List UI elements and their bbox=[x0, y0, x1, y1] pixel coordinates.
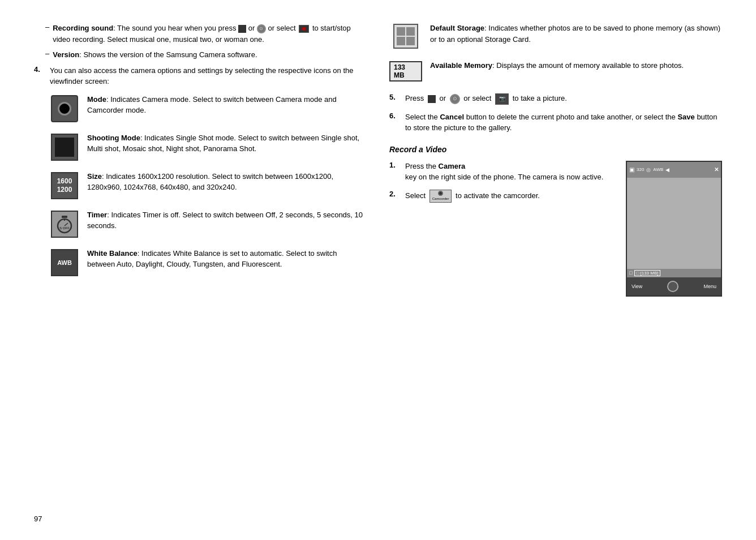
shooting-desc: Shooting Mode: Indicates Single Shot mod… bbox=[87, 132, 367, 155]
record-step2-text: Select Camcorder to activate the camcord… bbox=[405, 190, 540, 203]
select-label: Select bbox=[405, 191, 426, 200]
mode-desc: Mode: Indicates Camera mode. Select to s… bbox=[87, 94, 367, 116]
mode-icon-row: Mode: Indicates Camera mode. Select to s… bbox=[50, 94, 367, 123]
shoot-icon-box bbox=[51, 134, 78, 161]
svg-text:S OFF: S OFF bbox=[59, 226, 70, 230]
phone-memory-badge: □ [133 MB] bbox=[634, 270, 660, 276]
storage-desc: Default Storage: Indicates whether photo… bbox=[430, 23, 722, 45]
phone-memory-row: □ □ [133 MB] bbox=[627, 269, 721, 277]
page-number: 97 bbox=[34, 515, 42, 523]
page-content: – Recording sound: The sound you hear wh… bbox=[34, 23, 722, 297]
timer-icon-row: S OFF Timer: Indicates Timer is off. Sel… bbox=[50, 209, 367, 239]
awb-icon-row: AWB White Balance: Indicates White Balan… bbox=[50, 248, 367, 277]
camera-circle-icon: ⊙ bbox=[257, 24, 266, 33]
storage-icon-box bbox=[389, 23, 422, 49]
step5-text: Press or ⊙ or select 📷 to take a picture… bbox=[405, 93, 567, 105]
phone-viewfinder bbox=[627, 178, 721, 269]
phone-view-btn[interactable]: View bbox=[632, 284, 642, 289]
phone-focus-icon: ◎ bbox=[646, 167, 651, 173]
record-steps: 1. Press the Camera key on the right sid… bbox=[389, 161, 617, 297]
svg-line-3 bbox=[65, 223, 68, 226]
phone-volume-icon: ◀ bbox=[665, 167, 669, 173]
left-column: – Recording sound: The sound you hear wh… bbox=[34, 23, 367, 297]
item4-intro-text: You can also access the camera options a… bbox=[50, 65, 367, 87]
record-btn-icon bbox=[238, 25, 246, 33]
phone-memory-icon: □ bbox=[629, 270, 632, 276]
press-btn-icon bbox=[428, 95, 436, 103]
version-text: Version: Shows the version of the Samsun… bbox=[53, 49, 257, 61]
step-6: 6. Select the Cancel button to delete th… bbox=[389, 112, 722, 134]
size-desc: Size: Indicates 1600x1200 resolution. Se… bbox=[87, 171, 367, 193]
dash-icon: – bbox=[45, 23, 49, 31]
record-step-1: 1. Press the Camera key on the right sid… bbox=[389, 161, 617, 183]
memory-badge: 133 MB bbox=[389, 61, 422, 82]
timer-icon: S OFF bbox=[50, 209, 79, 239]
phone-bottom-bar: View Menu bbox=[627, 277, 721, 295]
memory-badge-box: 133 MB bbox=[389, 60, 422, 82]
awb-icon-box: AWB bbox=[51, 249, 78, 276]
bullet-recording-sound: – Recording sound: The sound you hear wh… bbox=[34, 23, 367, 45]
timer-desc: Timer: Indicates Timer is off. Select to… bbox=[87, 209, 367, 232]
default-storage-row: Default Storage: Indicates whether photo… bbox=[389, 23, 722, 49]
record-step1-text: Press the Camera key on the right side o… bbox=[405, 161, 603, 183]
phone-resolution: 320 bbox=[637, 167, 644, 172]
shooting-mode-icon-row: Shooting Mode: Indicates Single Shot mod… bbox=[50, 132, 367, 162]
shooting-mode-icon bbox=[50, 132, 79, 162]
memory-desc: Available Memory: Displays the amount of… bbox=[430, 60, 684, 71]
item-4: 4. You can also access the camera option… bbox=[34, 65, 367, 87]
phone-screenshot: ▣ 320 ◎ AWB ◀ ✕ □ □ [1 bbox=[626, 161, 722, 297]
mode-icon bbox=[50, 94, 79, 123]
phone-awb-text: AWB bbox=[653, 167, 663, 172]
storage-grid-icon bbox=[393, 24, 418, 49]
record-video-section: Record a Video 1. Press the Camera key o… bbox=[389, 145, 722, 297]
record-content: 1. Press the Camera key on the right sid… bbox=[389, 161, 722, 297]
phone-top-bar: ▣ 320 ◎ AWB ◀ ✕ bbox=[627, 162, 721, 178]
step6-text: Select the Cancel button to delete the c… bbox=[405, 112, 722, 134]
phone-close-icon: ✕ bbox=[714, 166, 719, 173]
right-column: Default Storage: Indicates whether photo… bbox=[389, 23, 722, 297]
phone-shutter-btn[interactable] bbox=[667, 281, 678, 292]
svg-rect-1 bbox=[62, 216, 67, 218]
timer-icon-box: S OFF bbox=[51, 211, 78, 238]
awb-desc: White Balance: Indicates White Balance i… bbox=[87, 248, 367, 270]
size-icon: 1600 1200 bbox=[50, 171, 79, 200]
recording-sound-text: Recording sound: The sound you hear when… bbox=[53, 23, 367, 45]
record-select-icon bbox=[299, 25, 309, 33]
record-video-title: Record a Video bbox=[389, 145, 722, 154]
phone-top-icons: ▣ bbox=[629, 166, 634, 173]
shutter-select-icon: 📷 bbox=[495, 93, 509, 105]
size-icon-row: 1600 1200 Size: Indicates 1600x1200 reso… bbox=[50, 171, 367, 200]
available-memory-row: 133 MB Available Memory: Displays the am… bbox=[389, 60, 722, 82]
phone-menu-btn[interactable]: Menu bbox=[703, 284, 716, 289]
record-step-2: 2. Select Camcorder to activate the camc… bbox=[389, 190, 617, 203]
step-5: 5. Press or ⊙ or select 📷 to take a pict… bbox=[389, 93, 722, 105]
shooting-sq-icon bbox=[55, 138, 74, 157]
camera-btn-icon: ⊙ bbox=[450, 94, 460, 104]
timer-svg: S OFF bbox=[54, 213, 75, 235]
size-icon-box: 1600 1200 bbox=[51, 172, 78, 199]
camcorder-mode-icon: Camcorder bbox=[429, 190, 452, 203]
camera-mode-icon bbox=[51, 95, 78, 122]
dash-icon-2: – bbox=[45, 49, 49, 58]
bullet-version: – Version: Shows the version of the Sams… bbox=[34, 49, 367, 61]
phone-screen-display: ▣ 320 ◎ AWB ◀ ✕ □ □ [1 bbox=[626, 161, 722, 297]
awb-icon: AWB bbox=[50, 248, 79, 277]
